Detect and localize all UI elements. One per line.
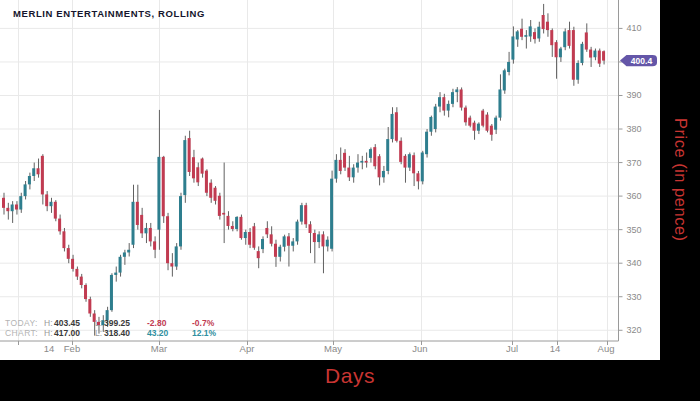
candle-body	[170, 263, 173, 266]
price-badge: 400.4	[620, 55, 657, 66]
candle-body	[54, 202, 57, 219]
candle-body	[386, 139, 389, 171]
candle-body	[378, 156, 381, 177]
candle-body	[339, 160, 342, 171]
candle-body	[2, 198, 5, 208]
candle-body	[477, 124, 480, 131]
candle-body	[343, 153, 346, 168]
candle-body	[321, 234, 324, 246]
candle-body	[572, 30, 575, 80]
candle-body	[261, 239, 264, 249]
y-tick-label: 360	[627, 191, 642, 201]
candle-body	[287, 236, 290, 245]
candle-body	[447, 104, 450, 111]
candle-body	[244, 232, 247, 238]
candle-body	[283, 236, 286, 246]
candle-body	[231, 226, 234, 229]
candle-body	[563, 31, 566, 47]
candle-body	[205, 171, 208, 193]
candle-body	[438, 97, 441, 106]
candle-body	[347, 168, 350, 178]
candle-body	[309, 224, 312, 233]
candlestick-chart: 32033034035036037038039040041014FebMarAp…	[0, 0, 660, 360]
candle-body	[460, 89, 463, 107]
candle-body	[84, 285, 87, 299]
candle-body	[365, 161, 368, 163]
candle-body	[248, 232, 251, 245]
candle-body	[132, 202, 135, 245]
candle-body	[214, 188, 217, 201]
candle-body	[162, 157, 165, 216]
candle-body	[192, 157, 195, 178]
stats-today-low-prefix: L:	[95, 318, 102, 328]
y-tick-label: 320	[627, 325, 642, 335]
candle-body	[71, 259, 74, 269]
candle-body	[602, 51, 605, 60]
axes: 32033034035036037038039040041014FebMarAp…	[0, 0, 642, 354]
candle-body	[533, 32, 536, 39]
chart-panel: 32033034035036037038039040041014FebMarAp…	[0, 0, 660, 360]
candle-body	[360, 161, 363, 163]
candle-body	[166, 216, 169, 263]
candle-body	[412, 155, 415, 173]
candle-body	[49, 202, 52, 206]
y-tick-label: 410	[627, 23, 642, 33]
stats-chart-high: 417.00	[54, 328, 80, 338]
candle-body	[468, 118, 471, 126]
candle-body	[399, 141, 402, 162]
candle-body	[382, 171, 385, 177]
y-tick-label: 390	[627, 90, 642, 100]
candle-body	[416, 173, 419, 181]
candle-body	[188, 138, 191, 172]
candle-body	[257, 251, 260, 258]
candle-body	[550, 30, 553, 45]
stats-today-change: -2.80	[147, 318, 166, 328]
candle-body	[270, 234, 273, 243]
gridlines	[0, 0, 619, 341]
x-tick-label: 14	[44, 343, 55, 354]
x-tick-label: Aug	[598, 343, 615, 354]
candle-body	[140, 215, 143, 233]
candle-body	[568, 30, 571, 46]
candle-body	[37, 168, 40, 174]
candle-body	[175, 246, 178, 266]
candle-body	[326, 240, 329, 247]
candle-body	[503, 70, 506, 90]
y-axis-title: Price (in pence)	[660, 0, 700, 360]
stats-chart-low: 318.40	[104, 328, 130, 338]
candle-body	[486, 115, 489, 131]
candle-body	[391, 114, 394, 139]
candle-body	[80, 277, 83, 285]
stats-chart-change-pct: 12.1%	[192, 328, 216, 338]
candle-body	[576, 63, 579, 80]
y-tick-label: 330	[627, 292, 642, 302]
candle-body	[490, 126, 493, 135]
candle-body	[498, 89, 501, 117]
candle-body	[123, 252, 126, 256]
x-tick-label: Apr	[240, 343, 255, 354]
candle-body	[6, 208, 9, 211]
candle-body	[559, 49, 562, 58]
candle-body	[252, 226, 255, 247]
stats-chart-change: 43.20	[147, 328, 168, 338]
candle-body	[196, 167, 199, 182]
candle-body	[589, 50, 592, 58]
candle-body	[11, 204, 14, 211]
candle-body	[119, 257, 122, 273]
candle-body	[580, 44, 583, 63]
stats-chart-label: CHART:	[5, 328, 38, 338]
candle-body	[313, 233, 316, 242]
candle-body	[179, 196, 182, 246]
candle-body	[222, 213, 225, 215]
x-tick-label: May	[324, 343, 342, 354]
candle-body	[442, 97, 445, 110]
candle-body	[529, 26, 532, 36]
candle-body	[75, 269, 78, 277]
candle-body	[62, 231, 65, 248]
candle-body	[520, 29, 523, 37]
candle-body	[24, 184, 27, 196]
candle-body	[373, 147, 376, 166]
candle-body	[67, 248, 70, 259]
candle-body	[451, 92, 454, 104]
candle-body	[434, 107, 437, 129]
